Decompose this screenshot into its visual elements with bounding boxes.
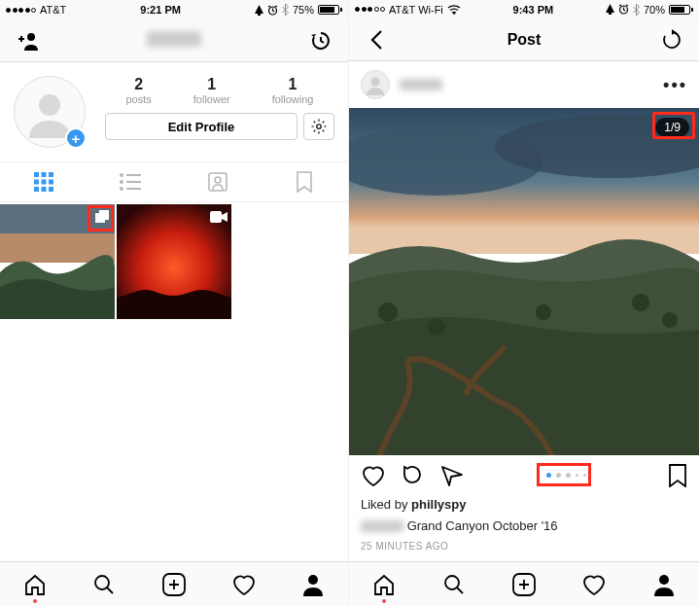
battery-icon [669, 5, 693, 15]
add-people-button[interactable] [10, 31, 45, 51]
battery-percent: 75% [293, 4, 314, 16]
svg-point-13 [121, 174, 122, 176]
tab-profile[interactable] [651, 572, 677, 597]
tab-add[interactable] [161, 572, 187, 597]
svg-point-2 [39, 94, 60, 116]
more-button[interactable]: ••• [663, 75, 687, 95]
avatar[interactable]: + [14, 76, 86, 148]
svg-point-3 [317, 125, 322, 129]
posts-grid [0, 202, 348, 319]
stat-following[interactable]: 1following [272, 76, 314, 105]
bluetooth-icon [282, 4, 289, 16]
tab-add[interactable] [511, 572, 537, 597]
svg-point-34 [378, 303, 398, 322]
status-bar: AT&T 9:21 PM 75% [0, 0, 348, 19]
phone-profile: AT&T 9:21 PM 75% + [0, 0, 349, 606]
carousel-icon [93, 208, 111, 226]
svg-rect-4 [34, 172, 39, 177]
blurred-username[interactable] [361, 520, 403, 532]
profile-stats: 2posts 1follower 1following [105, 76, 334, 105]
profile-header: + 2posts 1follower 1following Edit Profi… [0, 62, 348, 156]
post-meta: Liked by phillyspy Grand Canyon October … [349, 495, 699, 561]
location-icon [255, 5, 263, 16]
carrier-label: AT&T Wi-Fi [389, 4, 443, 16]
battery-icon [318, 5, 342, 15]
nav-bar: Post [349, 19, 699, 62]
tab-tagged[interactable] [174, 162, 262, 201]
tab-home[interactable] [371, 572, 397, 597]
view-tabs [0, 161, 348, 202]
signal-dots-icon [6, 8, 36, 13]
tab-grid[interactable] [0, 162, 88, 201]
post-time: 25 MINUTES AGO [361, 539, 687, 553]
status-bar: AT&T Wi-Fi 9:43 PM 70% [349, 0, 699, 19]
archive-button[interactable] [303, 29, 338, 53]
svg-point-1 [27, 33, 35, 41]
clock: 9:21 PM [140, 4, 181, 16]
battery-percent: 70% [644, 4, 665, 16]
alarm-icon [267, 5, 278, 16]
stat-followers[interactable]: 1follower [193, 76, 230, 105]
svg-rect-11 [41, 187, 46, 192]
grid-post[interactable] [0, 204, 115, 319]
svg-rect-7 [34, 180, 39, 185]
caption-row: Grand Canyon October '16 [361, 517, 687, 536]
post-avatar[interactable] [361, 70, 390, 99]
wifi-icon [447, 5, 461, 15]
svg-point-36 [536, 304, 551, 320]
svg-rect-9 [49, 180, 53, 185]
svg-point-14 [121, 181, 122, 183]
svg-point-17 [215, 177, 221, 183]
edit-profile-button[interactable]: Edit Profile [105, 113, 298, 140]
clock: 9:43 PM [513, 4, 554, 16]
alarm-icon [618, 4, 629, 15]
carrier-label: AT&T [40, 4, 66, 16]
tab-profile[interactable] [300, 572, 326, 597]
carousel-counter: 1/9 [655, 118, 689, 137]
carousel-dots [546, 473, 586, 478]
grid-post[interactable] [117, 204, 231, 319]
settings-button[interactable] [303, 113, 334, 140]
post-photo[interactable]: 1/9 [349, 108, 699, 455]
signal-dots-icon [355, 7, 385, 12]
svg-point-38 [662, 312, 678, 328]
svg-point-15 [121, 188, 122, 190]
tab-search[interactable] [441, 572, 467, 597]
stat-posts[interactable]: 2posts [125, 76, 151, 105]
nav-bar [0, 19, 348, 62]
svg-rect-10 [34, 187, 39, 192]
svg-point-39 [445, 576, 459, 589]
save-button[interactable] [668, 464, 687, 487]
svg-rect-8 [41, 180, 46, 185]
svg-rect-5 [41, 172, 46, 177]
blurred-username [147, 31, 201, 47]
svg-rect-21 [99, 210, 109, 220]
bluetooth-icon [633, 4, 640, 16]
phone-post: AT&T Wi-Fi 9:43 PM 70% Post ••• [349, 0, 699, 606]
svg-point-41 [659, 575, 669, 585]
comment-button[interactable] [402, 464, 425, 487]
location-icon [606, 4, 614, 15]
like-button[interactable] [361, 464, 386, 487]
likes-row[interactable]: Liked by phillyspy [361, 495, 687, 515]
svg-point-27 [308, 575, 318, 585]
tab-saved[interactable] [262, 162, 349, 201]
tab-search[interactable] [91, 572, 117, 597]
tab-activity[interactable] [581, 572, 607, 597]
refresh-button[interactable] [654, 29, 689, 51]
tab-activity[interactable] [231, 572, 257, 597]
tab-bar [349, 561, 699, 606]
video-icon [210, 208, 228, 226]
svg-point-28 [453, 13, 455, 15]
notification-dot-icon [33, 599, 37, 603]
svg-point-25 [95, 576, 109, 589]
back-button[interactable] [359, 29, 394, 51]
svg-rect-12 [49, 187, 53, 192]
tab-home[interactable] [22, 572, 48, 597]
tab-list[interactable] [88, 162, 175, 201]
share-button[interactable] [440, 465, 464, 486]
notification-dot-icon [382, 599, 386, 603]
caption-text: Grand Canyon October '16 [407, 518, 558, 533]
add-story-icon[interactable]: + [65, 127, 87, 149]
blurred-username[interactable] [400, 79, 442, 90]
